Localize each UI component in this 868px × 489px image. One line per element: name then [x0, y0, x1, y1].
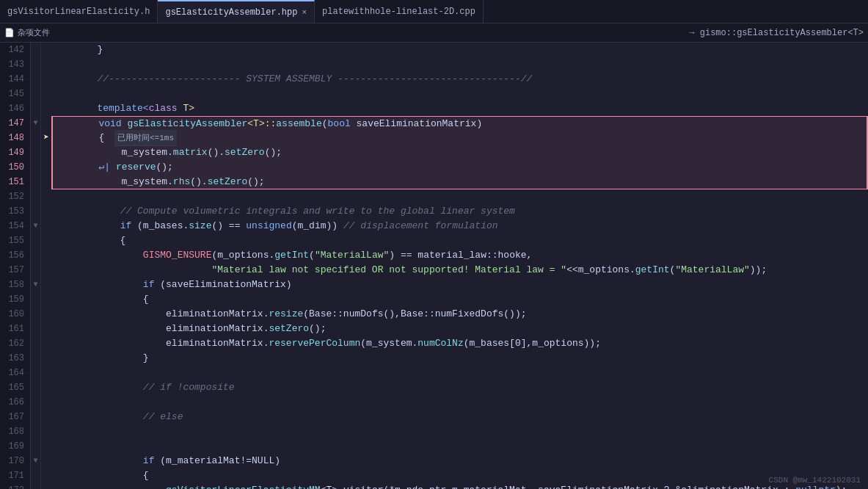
- current-line-arrow: [41, 145, 51, 160]
- code-token: template<: [51, 101, 149, 116]
- line-number: 167: [0, 410, 30, 424]
- fold-marker[interactable]: ▼: [31, 116, 40, 131]
- code-token: (: [322, 117, 328, 131]
- tab-gsvisitor[interactable]: gsVisitorLinearElasticity.h: [0, 0, 158, 23]
- code-token: (m_system.: [360, 336, 417, 351]
- table-row: if (saveEliminationMatrix): [51, 278, 868, 292]
- code-token: {: [51, 233, 125, 248]
- current-line-arrow: [41, 278, 51, 292]
- code-token: if: [143, 454, 155, 468]
- fold-marker[interactable]: ▼: [31, 278, 40, 292]
- fold-marker: [31, 233, 40, 248]
- code-token: ));: [750, 263, 767, 278]
- fold-marker: [31, 366, 40, 380]
- code-token: (m_bases[0],m_options));: [464, 336, 601, 351]
- code-token: matrix: [173, 145, 208, 160]
- code-token: // displacement formulation: [343, 219, 498, 233]
- code-token: [51, 454, 143, 468]
- code-token: [51, 204, 120, 219]
- line-number: 150: [0, 160, 30, 175]
- table-row: [51, 395, 868, 410]
- current-line-arrow: [41, 380, 51, 395]
- table-row: gsVisitorLinearElasticityMM<T> visitor(*…: [51, 483, 868, 489]
- code-token: // Compute volumetric integrals and writ…: [120, 204, 515, 219]
- code-token: (saveEliminationMatrix): [154, 278, 291, 292]
- code-token: (m_bases.: [131, 219, 189, 233]
- code-token: reservePerColumn: [269, 336, 360, 351]
- code-token: "Material law not specified OR not suppo…: [211, 263, 566, 278]
- code-token: // if !composite: [143, 380, 235, 395]
- line-number: 151: [0, 175, 30, 189]
- table-row: // Compute volumetric integrals and writ…: [51, 204, 868, 219]
- toolbar-file-label: 杂项文件: [18, 27, 50, 38]
- table-row: {: [51, 292, 868, 307]
- current-line-arrow: [41, 233, 51, 248]
- code-token: getInt: [635, 263, 670, 278]
- current-line-arrow: [41, 87, 51, 101]
- fold-marker[interactable]: ▼: [31, 219, 40, 233]
- code-token: if: [143, 278, 155, 292]
- code-token: eliminationMatrix.: [51, 336, 269, 351]
- current-line-arrow: [41, 468, 51, 483]
- line-number: 144: [0, 72, 30, 87]
- code-token: [53, 117, 98, 131]
- code-token: [51, 278, 143, 292]
- tab-gselasticity[interactable]: gsElasticityAssembler.hpp ×: [158, 0, 315, 23]
- fold-marker: [31, 468, 40, 483]
- code-token: class: [149, 101, 178, 116]
- current-line-arrow: [41, 292, 51, 307]
- current-line-arrow: [41, 204, 51, 219]
- code-token: eliminationMatrix.: [51, 322, 269, 336]
- line-number: 154: [0, 219, 30, 233]
- tab-label: platewithhole-linelast-2D.cpp: [322, 7, 475, 17]
- code-token: gsVisitorLinearElasticityMM: [166, 483, 321, 489]
- code-token: setZero: [208, 175, 248, 189]
- code-token: resize: [269, 307, 303, 322]
- code-token: (Base::numDofs(),Base::numFixedDofs());: [303, 307, 526, 322]
- code-token: <T> visitor(*m_pde_ptr,m_materialMat, sa…: [321, 483, 796, 489]
- fold-marker: [31, 72, 40, 87]
- line-number: 146: [0, 101, 30, 116]
- table-row: if (m_materialMat!=NULL): [51, 454, 868, 468]
- editor-container: 1421431441451461471481491501511521531541…: [0, 43, 868, 489]
- current-line-arrow: [41, 101, 51, 116]
- code-token: numColNz: [417, 336, 463, 351]
- table-row: [51, 189, 868, 204]
- code-token: () ==: [211, 219, 246, 233]
- current-line-arrow: [41, 351, 51, 366]
- code-content: } //----------------------- SYSTEM ASSEM…: [51, 43, 868, 489]
- inline-tooltip: 已用时间<=1ms: [114, 130, 177, 146]
- code-token: [110, 160, 116, 175]
- current-line-arrow: [41, 160, 51, 175]
- fold-marker: [31, 483, 40, 489]
- current-line-arrow: [41, 395, 51, 410]
- current-line-arrow: [41, 454, 51, 468]
- code-token: }: [51, 43, 103, 57]
- current-line-arrow: [41, 189, 51, 204]
- current-line-arrow: [41, 424, 51, 439]
- line-number: 158: [0, 278, 30, 292]
- line-number: 164: [0, 366, 30, 380]
- code-token: ().: [190, 175, 207, 189]
- close-icon[interactable]: ×: [302, 8, 307, 17]
- table-row: //----------------------- SYSTEM ASSEMBL…: [51, 72, 868, 87]
- code-token: void: [98, 117, 121, 131]
- code-token: ();: [265, 145, 282, 160]
- fold-marker: [31, 424, 40, 439]
- table-row: // if !composite: [51, 380, 868, 395]
- line-number: 161: [0, 322, 30, 336]
- code-token: setZero: [225, 145, 265, 160]
- current-line-arrow: [41, 116, 51, 131]
- fold-marker: [31, 380, 40, 395]
- fold-marker[interactable]: ▼: [31, 454, 40, 468]
- current-line-arrow: [41, 410, 51, 424]
- code-token: [51, 410, 143, 424]
- code-token: {: [51, 292, 149, 307]
- code-token: ↵|: [98, 160, 110, 175]
- code-token: [51, 483, 166, 489]
- code-token: ();: [247, 175, 264, 189]
- code-token: assemble: [276, 117, 321, 131]
- current-line-arrow: [41, 43, 51, 57]
- current-line-arrow: [41, 248, 51, 263]
- tab-platewithhole[interactable]: platewithhole-linelast-2D.cpp: [315, 0, 484, 23]
